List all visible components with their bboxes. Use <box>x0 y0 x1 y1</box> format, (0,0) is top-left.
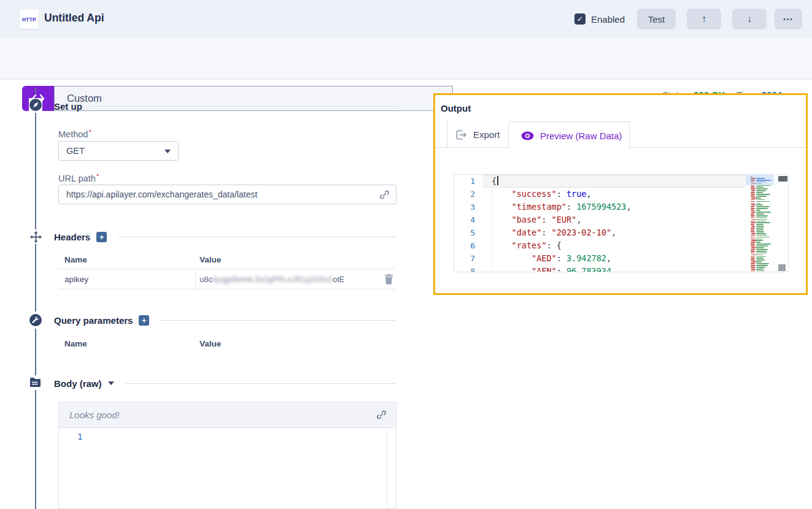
line-number: 6 <box>454 239 483 252</box>
tab-preview-raw-data[interactable]: Preview (Raw Data) <box>508 121 630 149</box>
code-line[interactable]: 4 "base": "EUR", <box>454 213 788 226</box>
masked-api-key: 4yqgdfleh4L5e2gPPLeJR1q2O0v2 <box>212 275 333 284</box>
tab-export[interactable]: Export <box>447 121 508 148</box>
body-folder-icon <box>29 377 41 388</box>
line-number: 7 <box>454 252 483 265</box>
output-panel: Output Export Preview (Raw Data) 1{2 <box>433 93 808 295</box>
minimap[interactable] <box>748 176 773 272</box>
timeline-segment <box>35 390 36 509</box>
body-title: Body (raw) <box>54 378 102 389</box>
enabled-checkbox[interactable]: ✓ <box>574 13 586 25</box>
eye-icon <box>521 131 534 140</box>
minimap-viewport[interactable] <box>746 175 774 185</box>
query-name-column: Name <box>64 339 87 348</box>
query-params-table: Name Value <box>58 334 396 353</box>
code-line[interactable]: 5 "date": "2023-02-10", <box>454 226 788 239</box>
section-divider <box>118 237 396 237</box>
body-type-dropdown[interactable] <box>108 381 114 385</box>
body-lint-status: Looks good! <box>69 410 376 420</box>
add-query-param-button[interactable]: + <box>139 315 149 326</box>
code-line-text: "timestamp": 1675994523, <box>483 201 632 213</box>
headers-table: Name Value apikey u8c4yqgdfleh4L5e2gPPLe… <box>58 250 396 289</box>
move-up-button[interactable]: ↑ <box>687 9 721 29</box>
timeline-segment <box>35 329 36 375</box>
code-line[interactable]: 8 "AFN": 96.783934, <box>454 265 788 272</box>
timeline-segment <box>35 113 36 229</box>
timeline-segment <box>35 244 36 312</box>
text-cursor <box>497 176 498 185</box>
section-divider <box>93 106 396 107</box>
ellipsis-icon: ••• <box>783 16 794 23</box>
query-table-head: Name Value <box>58 334 396 353</box>
body-section-header: Body (raw) <box>54 377 396 390</box>
top-bar: HTTP Untitled Api ✓ Enabled Test ↑ ↓ ••• <box>0 0 812 39</box>
line-number: 3 <box>454 201 483 213</box>
trash-icon <box>384 274 393 285</box>
headers-table-head: Name Value <box>58 250 396 269</box>
response-code-editor[interactable]: 1{2 "success": true,3 "timestamp": 16759… <box>454 174 789 272</box>
body-editor: Looks good! 1 <box>58 402 396 509</box>
url-path-value: https://api.apilayer.com/exchangerates_d… <box>66 189 257 199</box>
line-number: 1 <box>454 175 483 188</box>
http-badge-label: HTTP <box>22 17 36 23</box>
code-line-text: "AFN": 96.783934, <box>483 265 616 272</box>
code-line[interactable]: 7 "AED": 3.942782, <box>454 252 788 265</box>
output-code-lines: 1{2 "success": true,3 "timestamp": 16759… <box>454 175 788 272</box>
required-star: * <box>96 172 99 181</box>
binding-link-icon[interactable] <box>379 189 390 200</box>
code-line[interactable]: 1{ <box>454 175 788 188</box>
headers-name-column: Name <box>64 255 87 264</box>
query-section-header: Query parameters + <box>54 313 396 327</box>
header-value-cell[interactable]: u8c4yqgdfleh4L5e2gPPLeJR1q2O0v2otE <box>199 275 345 284</box>
setup-compass-icon <box>29 98 42 112</box>
query-wrench-icon <box>29 313 42 327</box>
headers-move-icon <box>30 231 42 243</box>
binding-link-icon[interactable] <box>376 410 387 420</box>
url-path-label: URL path* <box>58 172 99 183</box>
setup-section-header: Set up <box>54 99 396 113</box>
body-scrollbar-track[interactable] <box>387 428 387 508</box>
code-line[interactable]: 2 "success": true, <box>454 188 788 201</box>
add-header-button[interactable]: + <box>96 232 107 242</box>
url-path-input[interactable]: https://api.apilayer.com/exchangerates_d… <box>58 185 396 204</box>
enabled-label: Enabled <box>591 14 625 25</box>
headers-section-header: Headers + <box>54 230 396 243</box>
method-value: GET <box>66 146 85 156</box>
method-select[interactable]: GET <box>58 141 179 161</box>
headers-title: Headers <box>54 232 90 242</box>
code-line-text: "rates": { <box>483 239 562 252</box>
move-down-button[interactable]: ↓ <box>732 9 767 29</box>
query-title: Query parameters <box>54 315 133 326</box>
section-divider <box>125 383 396 384</box>
code-line-text: "success": true, <box>483 188 592 201</box>
export-tab-label: Export <box>473 129 500 140</box>
code-line[interactable]: 6 "rates": { <box>454 239 788 252</box>
code-line-text: "date": "2023-02-10", <box>483 226 616 239</box>
api-builder-screen: HTTP Untitled Api ✓ Enabled Test ↑ ↓ •••… <box>0 0 812 509</box>
request-bar: Custom Status: 200 OK Time: 3004 ms <box>0 38 812 80</box>
required-star: * <box>88 128 91 137</box>
editor-scrollbar-thumb[interactable] <box>778 176 787 182</box>
line-number: 5 <box>454 226 483 239</box>
timeline-tick <box>35 88 36 93</box>
code-line[interactable]: 3 "timestamp": 1675994523, <box>454 201 788 213</box>
delete-header-button[interactable] <box>384 274 393 285</box>
chevron-down-icon <box>164 150 171 153</box>
code-line-text: "base": "EUR", <box>483 213 581 226</box>
preview-tab-label: Preview (Raw Data) <box>540 131 622 141</box>
header-row-apikey[interactable]: apikey u8c4yqgdfleh4L5e2gPPLeJR1q2O0v2ot… <box>58 269 396 289</box>
method-label: Method* <box>58 128 91 139</box>
arrow-up-icon: ↑ <box>702 13 706 25</box>
code-line-text: { <box>483 175 745 188</box>
output-title: Output <box>441 103 471 113</box>
setup-title: Set up <box>54 101 82 112</box>
test-button[interactable]: Test <box>637 9 676 29</box>
more-options-button[interactable]: ••• <box>775 9 802 29</box>
checkmark-icon: ✓ <box>577 15 583 23</box>
arrow-down-icon: ↓ <box>747 13 752 25</box>
section-divider <box>160 320 396 321</box>
header-name-cell[interactable]: apikey <box>64 275 88 284</box>
body-code-area[interactable]: 1 <box>59 428 396 508</box>
line-number: 2 <box>454 188 483 201</box>
code-line-text: "AED": 3.942782, <box>483 252 611 265</box>
